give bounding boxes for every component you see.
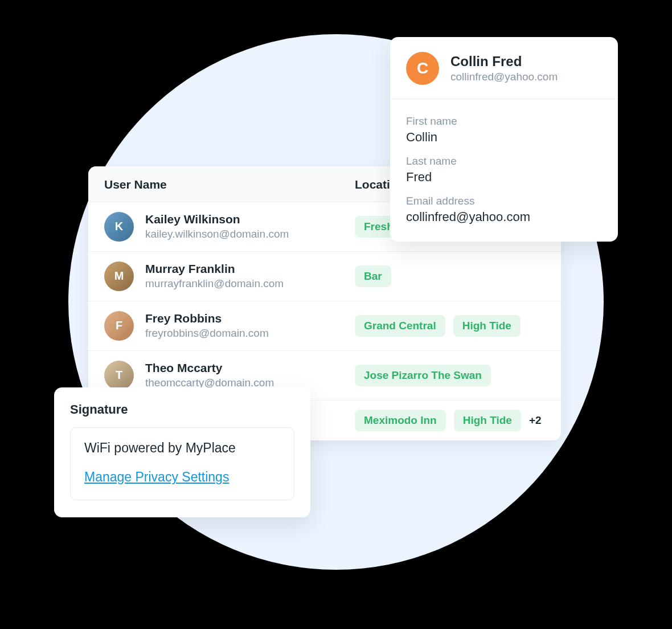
profile-name: Collin Fred [450, 54, 558, 70]
field-last-name: Last name Fred [406, 145, 602, 185]
field-label: Email address [406, 195, 602, 207]
user-name: Kailey Wilkinson [145, 211, 289, 227]
location-more-count[interactable]: +2 [529, 414, 542, 427]
field-email: Email address collinfred@yahoo.com [406, 185, 602, 224]
location-cell: Jose Pizarro The Swan [355, 365, 545, 386]
table-row[interactable]: MMurray Franklinmurrayfranklin@domain.co… [88, 252, 561, 301]
field-value: collinfred@yahoo.com [406, 210, 602, 224]
location-tag[interactable]: Meximodo Inn [355, 410, 446, 431]
profile-body: First name Collin Last name Fred Email a… [390, 99, 618, 242]
location-tag[interactable]: High Tide [454, 410, 521, 431]
field-label: Last name [406, 155, 602, 168]
signature-text: WiFi powered by MyPlace [84, 440, 280, 456]
location-tag[interactable]: Bar [355, 266, 391, 287]
field-value: Fred [406, 170, 602, 185]
user-name: Theo Mccarty [145, 360, 274, 375]
location-tag[interactable]: High Tide [453, 315, 521, 337]
location-cell: Meximodo InnHigh Tide+2 [355, 410, 545, 431]
user-cell: KKailey Wilkinsonkailey.wilkinson@domain… [104, 211, 355, 242]
signature-title: Signature [70, 402, 294, 417]
user-cell: MMurray Franklinmurrayfranklin@domain.co… [104, 261, 355, 292]
profile-avatar: C [406, 52, 439, 85]
field-first-name: First name Collin [406, 105, 602, 145]
signature-box: WiFi powered by MyPlace Manage Privacy S… [70, 427, 294, 500]
avatar: M [104, 262, 134, 291]
field-value: Collin [406, 130, 602, 145]
field-label: First name [406, 115, 602, 128]
table-row[interactable]: FFrey Robbinsfreyrobbins@domain.comGrand… [88, 301, 561, 351]
profile-header: C Collin Fred collinfred@yahoo.com [390, 37, 618, 99]
location-cell: Bar [355, 266, 545, 287]
avatar: F [104, 311, 134, 341]
column-header-user: User Name [104, 178, 355, 191]
user-cell: TTheo Mccartytheomccarty@domain.com [104, 360, 355, 391]
location-tag[interactable]: Jose Pizarro The Swan [355, 365, 491, 386]
location-cell: Grand CentralHigh Tide [355, 315, 545, 337]
user-name: Frey Robbins [145, 311, 269, 326]
location-tag[interactable]: Grand Central [355, 315, 445, 337]
avatar: K [104, 212, 134, 242]
user-name: Murray Franklin [145, 261, 284, 276]
user-email: freyrobbins@domain.com [145, 326, 269, 341]
user-cell: FFrey Robbinsfreyrobbins@domain.com [104, 311, 355, 341]
manage-privacy-link[interactable]: Manage Privacy Settings [84, 469, 229, 485]
profile-card: C Collin Fred collinfred@yahoo.com First… [390, 37, 618, 242]
user-email: murrayfranklin@domain.com [145, 276, 284, 292]
profile-email: collinfred@yahoo.com [450, 71, 558, 83]
avatar: T [104, 361, 134, 390]
user-email: kailey.wilkinson@domain.com [145, 227, 289, 242]
signature-card: Signature WiFi powered by MyPlace Manage… [54, 387, 310, 517]
